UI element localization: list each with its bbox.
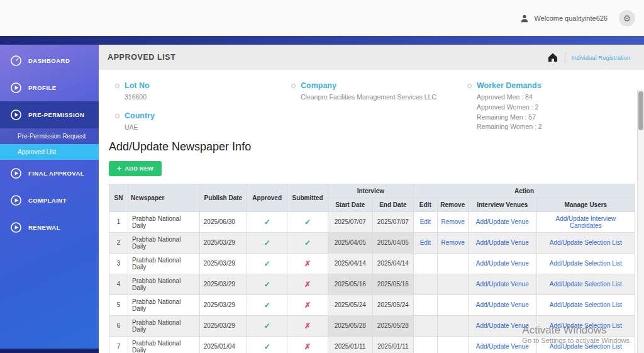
cell-publish-date: 2025/03/29 xyxy=(199,315,247,336)
sidebar-item-profile[interactable]: PROFILE xyxy=(0,74,99,101)
submitted-mark: ✗ xyxy=(287,253,328,274)
country-label: Country xyxy=(125,111,155,120)
cell-start-date: 2025/05/28 xyxy=(328,315,372,336)
bullet-icon xyxy=(291,84,296,88)
table-row: 6 Prabhab National Daily 2025/03/29 ✓ ✗ … xyxy=(109,315,635,336)
worker-demands-label: Worker Demands xyxy=(477,81,542,90)
individual-registration-link[interactable]: Individual Registration xyxy=(572,54,630,61)
col-newspaper: Newspaper xyxy=(128,184,200,211)
info-grid: Lot No 316600 Company Cleanpro Facilitie… xyxy=(99,70,644,134)
col-publish-date: Publish Date xyxy=(199,184,247,211)
cell-start-date: 2025/04/05 xyxy=(328,232,372,253)
submitted-mark: ✓ xyxy=(287,211,328,232)
add-new-button[interactable]: + ADD NEW xyxy=(109,161,162,176)
manage-link[interactable]: Add/Update Selection List xyxy=(550,322,622,329)
table-row: 7 Prabhab National Daily 2025/01/04 ✓ ✗ … xyxy=(109,336,635,353)
submitted-mark: ✗ xyxy=(287,315,328,336)
venue-link[interactable]: Add/Update Venue xyxy=(476,281,529,288)
remove-link[interactable]: Remove xyxy=(441,239,465,246)
company-label: Company xyxy=(301,81,436,90)
cell-newspaper: Prabhab National Daily xyxy=(128,336,200,353)
cell-newspaper: Prabhab National Daily xyxy=(128,211,200,232)
col-approved: Approved xyxy=(247,184,287,211)
cell-end-date: 2025/04/05 xyxy=(372,232,413,253)
col-edit: Edit xyxy=(413,198,437,211)
cell-publish-date: 2025/03/29 xyxy=(199,253,247,274)
manage-link[interactable]: Add/Update Selection List xyxy=(550,260,622,267)
venue-link[interactable]: Add/Update Venue xyxy=(476,218,529,225)
cell-publish-date: 2025/01/04 xyxy=(199,336,247,353)
scrollbar-thumb[interactable] xyxy=(638,91,643,130)
manage-link[interactable]: Add/Update Selection List xyxy=(550,281,622,288)
play-circle-icon xyxy=(10,167,22,179)
approved-men-value: Approved Men : 84 xyxy=(477,92,542,103)
dashboard-icon xyxy=(10,55,22,67)
company-value: Cleanpro Facilities Management Services … xyxy=(301,92,436,103)
cell-sn: 2 xyxy=(109,232,128,253)
cell-start-date: 2025/05/24 xyxy=(328,294,372,315)
info-worker-demands: Worker Demands Approved Men : 84 Approve… xyxy=(467,81,634,133)
sidebar-item-dashboard[interactable]: DASHBOARD xyxy=(0,47,99,74)
home-icon[interactable] xyxy=(547,52,558,63)
info-country: Country UAE xyxy=(115,111,291,133)
play-circle-icon xyxy=(10,194,22,206)
cell-end-date: 2025/04/14 xyxy=(372,253,413,274)
lot-no-label: Lot No xyxy=(125,81,150,90)
venue-link[interactable]: Add/Update Venue xyxy=(476,301,529,308)
cell-sn: 7 xyxy=(109,336,128,353)
cell-publish-date: 2025/03/29 xyxy=(199,294,247,315)
header-divider xyxy=(565,52,565,62)
cell-sn: 5 xyxy=(109,294,128,315)
table-row: 1 Prabhab National Daily 2025/06/30 ✓ ✓ … xyxy=(109,211,635,232)
manage-link[interactable]: Add/Update Interview Candidates xyxy=(555,215,616,229)
scrollbar[interactable] xyxy=(637,89,644,353)
play-circle-icon xyxy=(10,221,22,233)
lot-no-value: 316600 xyxy=(125,92,150,103)
sidebar-subitem-pre-permission-request[interactable]: Pre-Permission Request xyxy=(0,128,99,144)
settings-gear-button[interactable]: ⚙ xyxy=(619,10,635,26)
country-value: UAE xyxy=(125,123,155,133)
nav-strip xyxy=(0,36,644,45)
cell-sn: 3 xyxy=(109,253,128,274)
venue-link[interactable]: Add/Update Venue xyxy=(476,322,529,329)
sidebar-item-renewal[interactable]: RENEWAL xyxy=(0,214,99,241)
sidebar-item-label: PROFILE xyxy=(28,84,57,91)
submitted-mark: ✗ xyxy=(287,336,328,353)
manage-link[interactable]: Add/Update Selection List xyxy=(550,301,622,308)
table-row: 3 Prabhab National Daily 2025/03/29 ✓ ✗ … xyxy=(109,253,635,274)
edit-link[interactable]: Edit xyxy=(420,218,431,225)
approved-mark: ✓ xyxy=(247,274,287,294)
table-header: SN Newspaper Publish Date Approved Submi… xyxy=(109,184,635,211)
topbar: Welcome qualityinte626 ⚙ xyxy=(0,0,644,36)
col-start-date: Start Date xyxy=(328,198,372,211)
play-circle-icon xyxy=(10,109,22,121)
edit-link[interactable]: Edit xyxy=(420,239,431,246)
cell-newspaper: Prabhab National Daily xyxy=(128,274,200,294)
remaining-women-value: Remaining Women : 2 xyxy=(477,122,542,132)
col-sn: SN xyxy=(109,184,128,211)
page-title: APPROVED LIST xyxy=(108,53,176,62)
sidebar-item-final-approval[interactable]: FINAL APPROVAL xyxy=(0,160,99,187)
venue-link[interactable]: Add/Update Venue xyxy=(476,239,529,246)
sidebar-item-pre-permission[interactable]: PRE-PERMISSION xyxy=(0,101,99,128)
remove-link[interactable]: Remove xyxy=(441,218,465,225)
cell-publish-date: 2025/06/30 xyxy=(199,211,247,232)
manage-link[interactable]: Add/Update Selection List xyxy=(550,239,622,246)
venue-link[interactable]: Add/Update Venue xyxy=(476,343,529,350)
cell-start-date: 2025/05/16 xyxy=(328,274,372,294)
cell-publish-date: 2025/03/29 xyxy=(199,232,247,253)
sidebar-subitem-approved-list[interactable]: Approved List xyxy=(0,144,99,160)
info-lot-no: Lot No 316600 xyxy=(115,81,291,103)
cell-end-date: 2025/05/24 xyxy=(372,294,413,315)
manage-link[interactable]: Add/Update Selection List xyxy=(550,343,622,350)
sidebar-item-complaint[interactable]: COMPLAINT xyxy=(0,187,99,214)
submitted-mark: ✗ xyxy=(287,274,328,294)
venue-link[interactable]: Add/Update Venue xyxy=(476,260,529,267)
col-end-date: End Date xyxy=(372,198,413,211)
cell-newspaper: Prabhab National Daily xyxy=(128,294,200,315)
approved-mark: ✓ xyxy=(247,336,287,353)
col-remove: Remove xyxy=(437,198,468,211)
cell-end-date: 2025/01/11 xyxy=(372,336,413,353)
play-circle-icon xyxy=(10,82,22,94)
col-manage-users: Manage Users xyxy=(536,198,635,211)
